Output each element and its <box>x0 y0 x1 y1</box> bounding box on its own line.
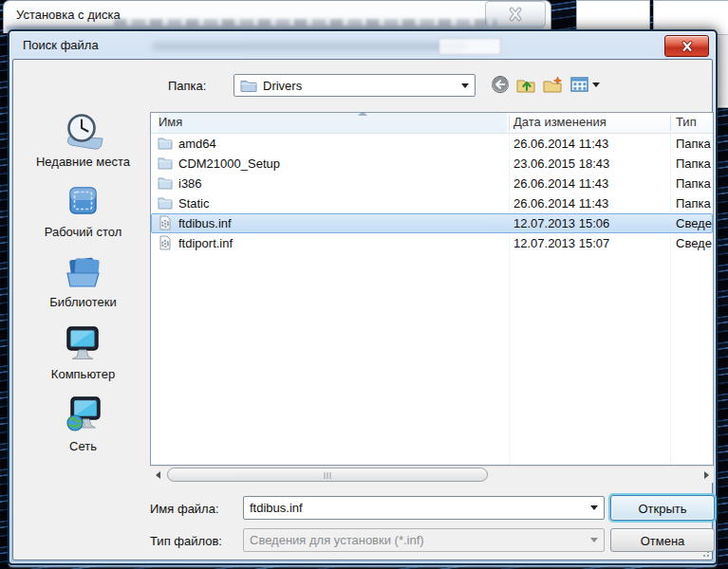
scroll-left-button[interactable] <box>150 467 165 483</box>
open-button[interactable]: Открыть <box>610 495 715 521</box>
file-type: Папка <box>676 156 711 171</box>
file-row-cdm21000-setup[interactable]: CDM21000_Setup 23.06.2015 18:43 Папка <box>151 154 713 174</box>
file-name: amd64 <box>178 137 216 151</box>
sidebar-item-label: Недавние места <box>36 155 130 169</box>
column-header-type[interactable]: Тип <box>676 115 697 129</box>
folder-label: Папка: <box>168 79 206 93</box>
views-grid-icon <box>570 76 589 93</box>
recent-places-icon <box>62 111 103 153</box>
dialog-toolbar <box>491 75 600 94</box>
file-name: CDM21000_Setup <box>178 156 280 171</box>
sidebar-item-label: Библиотеки <box>49 295 116 309</box>
arrow-left-icon <box>156 471 160 479</box>
chevron-down-icon <box>592 83 600 87</box>
sidebar-item-recent-places[interactable]: Недавние места <box>36 111 130 169</box>
up-one-level-button[interactable] <box>516 76 536 94</box>
folder-icon <box>240 78 257 93</box>
dialog-close-button[interactable] <box>664 35 709 57</box>
file-date: 12.07.2013 15:07 <box>513 236 609 250</box>
background-window-title: Установка с диска <box>16 8 121 22</box>
folder-icon <box>158 136 173 151</box>
filetype-combobox-disabled: Сведения для установки (*.inf) <box>243 528 605 552</box>
back-button[interactable] <box>491 75 510 94</box>
file-row-static[interactable]: Static 26.06.2014 11:43 Папка <box>151 193 713 213</box>
folder-icon <box>158 175 173 191</box>
resize-grip[interactable] <box>699 546 710 558</box>
list-header: Имя Дата изменения Тип <box>151 113 713 134</box>
file-type: Папка <box>676 196 711 211</box>
file-row-amd64[interactable]: amd64 26.06.2014 11:43 Папка <box>151 134 713 154</box>
file-row-i386[interactable]: i386 26.06.2014 11:43 Папка <box>151 174 713 193</box>
file-list: Имя Дата изменения Тип amd64 26.06.2014 … <box>150 112 714 466</box>
filetype-label: Тип файлов: <box>150 534 222 548</box>
horizontal-scrollbar[interactable] <box>150 466 714 483</box>
computer-icon <box>61 321 104 365</box>
folder-icon <box>158 195 173 211</box>
file-name: ftdibus.inf <box>178 216 232 230</box>
dialog-title: Поиск файла <box>23 38 99 52</box>
views-button[interactable] <box>570 76 600 93</box>
sidebar-item-desktop[interactable]: Рабочий стол <box>45 181 122 239</box>
sort-ascending-icon <box>358 112 367 116</box>
sidebar-item-computer[interactable]: Компьютер <box>51 321 115 381</box>
folder-up-icon <box>516 76 536 94</box>
file-type: Сведе <box>676 216 712 230</box>
chevron-down-icon <box>461 83 469 88</box>
places-sidebar: Недавние места Рабочий стол Библиотеки <box>17 111 149 453</box>
inf-file-icon <box>158 215 173 230</box>
file-date: 26.06.2014 11:43 <box>513 137 608 151</box>
column-header-date[interactable]: Дата изменения <box>513 115 607 129</box>
file-type: Папка <box>676 137 711 151</box>
new-folder-icon <box>543 76 564 94</box>
new-folder-button[interactable] <box>543 76 564 94</box>
file-row-ftdibus-inf-selected[interactable]: ftdibus.inf 12.07.2013 15:06 Сведе <box>151 213 713 233</box>
libraries-icon <box>62 251 105 293</box>
column-separator[interactable] <box>670 115 671 131</box>
glass-reflection <box>152 43 465 50</box>
sidebar-item-network[interactable]: Сеть <box>62 394 105 453</box>
sidebar-item-libraries[interactable]: Библиотеки <box>49 251 116 309</box>
file-date: 26.06.2014 11:43 <box>513 196 608 211</box>
desktop-icon <box>62 181 103 223</box>
file-type: Папка <box>676 176 711 191</box>
sidebar-item-label: Рабочий стол <box>45 225 122 239</box>
filetype-value: Сведения для установки (*.inf) <box>250 533 590 547</box>
folder-combobox[interactable]: Drivers <box>233 74 476 97</box>
sidebar-item-label: Сеть <box>69 439 97 453</box>
folder-icon <box>158 156 173 171</box>
file-rows: amd64 26.06.2014 11:43 Папка CDM21000_Se… <box>151 134 713 253</box>
scroll-right-button[interactable] <box>699 467 714 483</box>
inf-file-icon <box>158 235 173 250</box>
file-date: 26.06.2014 11:43 <box>513 176 608 191</box>
network-icon <box>62 394 105 437</box>
file-date: 23.06.2015 18:43 <box>513 156 609 171</box>
chevron-down-icon <box>590 505 598 510</box>
column-header-name[interactable]: Имя <box>159 113 507 133</box>
chevron-down-icon <box>590 538 598 542</box>
file-type: Сведе <box>676 236 712 250</box>
sidebar-item-label: Компьютер <box>51 367 115 381</box>
file-name: ftdiport.inf <box>178 236 233 250</box>
back-icon <box>491 75 510 94</box>
dialog-client-area: Папка: Drivers <box>12 59 713 560</box>
glass-reflection <box>439 38 501 55</box>
file-name: i386 <box>178 176 202 191</box>
file-date: 12.07.2013 15:06 <box>513 216 609 230</box>
arrow-right-icon <box>704 471 709 479</box>
scrollbar-thumb[interactable] <box>167 468 488 482</box>
close-icon <box>680 40 695 53</box>
close-icon <box>507 7 524 22</box>
find-file-dialog: Поиск файла Папка: Drivers <box>8 29 718 565</box>
folder-combobox-value: Drivers <box>263 79 456 93</box>
file-name: Static <box>178 196 210 211</box>
scrollbar-grip <box>325 472 331 479</box>
file-row-ftdiport-inf[interactable]: ftdiport.inf 12.07.2013 15:07 Сведе <box>151 233 713 253</box>
column-separator[interactable] <box>509 115 510 131</box>
filename-combobox[interactable] <box>243 496 605 520</box>
filename-input[interactable] <box>250 501 590 515</box>
filename-label: Имя файла: <box>150 502 219 516</box>
